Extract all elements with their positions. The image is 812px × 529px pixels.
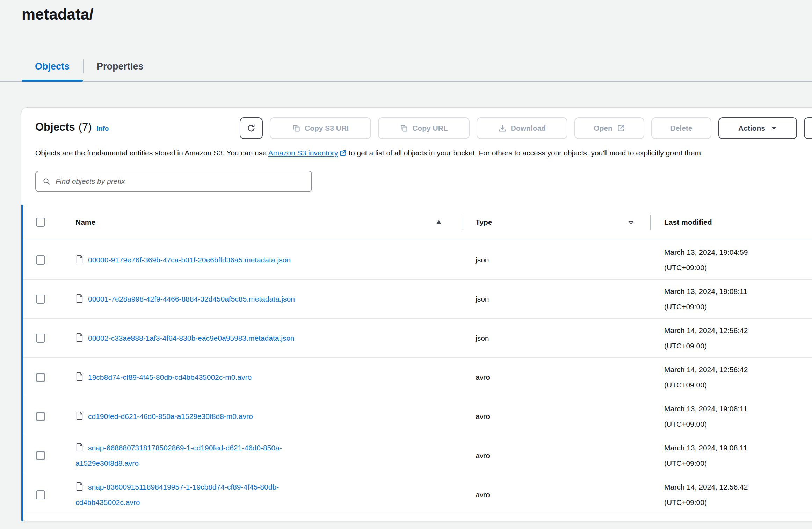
- select-all-checkbox[interactable]: [36, 218, 45, 227]
- panel-title-text: Objects: [35, 121, 75, 133]
- search-box: [35, 171, 312, 192]
- s3-inventory-link[interactable]: Amazon S3 inventory: [268, 149, 338, 157]
- last-modified-date: March 13, 2024, 19:08:11: [664, 401, 812, 416]
- object-name-link[interactable]: cd190fed-d621-46d0-850a-a1529e30f8d8-m0.…: [88, 412, 253, 420]
- copy-icon: [400, 124, 408, 132]
- delete-label: Delete: [670, 124, 692, 132]
- row-checkbox[interactable]: [36, 334, 45, 343]
- row-name-cell: 00001-7e28a998-42f9-4466-8884-32d450af5c…: [75, 291, 462, 307]
- object-name-link[interactable]: snap-6686807318178502869-1-cd190fed-d621…: [75, 444, 282, 467]
- open-button[interactable]: Open: [574, 117, 644, 139]
- description-text-after: to get a list of all objects in your buc…: [347, 149, 701, 157]
- object-name-link[interactable]: 19cb8d74-cf89-4f45-80db-cd4bb435002c-m0.…: [88, 373, 252, 381]
- table-row: snap-6686807318178502869-1-cd190fed-d621…: [21, 436, 812, 475]
- type-column-label: Type: [476, 218, 492, 226]
- object-name-link[interactable]: snap-8360091511898419957-1-19cb8d74-cf89…: [75, 483, 279, 506]
- download-label: Download: [511, 124, 546, 132]
- column-header-name[interactable]: Name: [75, 218, 462, 226]
- row-checkbox-cell: [21, 295, 75, 304]
- file-icon: [75, 332, 84, 341]
- file-icon: [75, 481, 84, 490]
- copy-icon: [292, 124, 300, 132]
- table-row: snap-8360091511898419957-1-19cb8d74-cf89…: [21, 475, 812, 514]
- last-modified-timezone: (UTC+09:00): [664, 456, 812, 471]
- object-name-link[interactable]: 00000-9179e76f-369b-47ca-b01f-20e6bffd36…: [88, 256, 291, 264]
- sort-caret-icon: [628, 219, 635, 226]
- row-checkbox[interactable]: [36, 451, 45, 460]
- object-type: json: [476, 295, 489, 303]
- download-button[interactable]: Download: [477, 117, 567, 139]
- row-checkbox-cell: [21, 451, 75, 460]
- last-modified-date: March 14, 2024, 12:56:42: [664, 479, 812, 495]
- objects-panel: Objects (7) Info Copy S3 URI Copy URL: [21, 107, 812, 521]
- page-title: metadata/: [22, 6, 93, 23]
- chevron-down-icon: [771, 125, 777, 131]
- objects-description: Objects are the fundamental entities sto…: [35, 149, 812, 157]
- object-type: avro: [476, 373, 490, 381]
- tab-properties[interactable]: Properties: [84, 52, 157, 81]
- row-type-cell: json: [462, 256, 650, 264]
- copy-url-button[interactable]: Copy URL: [378, 117, 470, 139]
- table-row: 00002-c33ae888-1af3-4f64-830b-eac9e0a959…: [21, 319, 812, 358]
- row-checkbox-cell: [21, 373, 75, 382]
- refresh-icon: [247, 124, 255, 132]
- clipped-toolbar-button[interactable]: [804, 117, 812, 139]
- row-type-cell: avro: [462, 373, 650, 382]
- column-header-last-modified[interactable]: Last modified: [650, 218, 812, 226]
- row-type-cell: avro: [462, 451, 650, 460]
- row-checkbox[interactable]: [36, 373, 45, 382]
- actions-button[interactable]: Actions: [718, 117, 797, 139]
- row-name-cell: snap-6686807318178502869-1-cd190fed-d621…: [75, 440, 462, 471]
- last-modified-timezone: (UTC+09:00): [664, 338, 812, 354]
- object-type: json: [476, 334, 489, 342]
- row-checkbox[interactable]: [36, 295, 45, 304]
- file-icon: [75, 371, 84, 380]
- objects-search-input[interactable]: [56, 177, 305, 186]
- last-modified-date: March 13, 2024, 19:08:11: [664, 440, 812, 456]
- toolbar: Copy S3 URI Copy URL Download Open Delet…: [240, 117, 812, 139]
- row-last-modified-cell: March 13, 2024, 19:08:11 (UTC+09:00): [650, 401, 812, 432]
- row-name-cell: cd190fed-d621-46d0-850a-a1529e30f8d8-m0.…: [75, 409, 462, 424]
- table-row: cd190fed-d621-46d0-850a-a1529e30f8d8-m0.…: [21, 397, 812, 436]
- row-name-cell: 19cb8d74-cf89-4f45-80db-cd4bb435002c-m0.…: [75, 370, 462, 385]
- column-header-type[interactable]: Type: [462, 218, 650, 226]
- object-name-link[interactable]: 00002-c33ae888-1af3-4f64-830b-eac9e0a959…: [88, 334, 295, 342]
- file-icon: [75, 442, 84, 451]
- copy-url-label: Copy URL: [412, 124, 448, 132]
- last-modified-timezone: (UTC+09:00): [664, 377, 812, 393]
- last-modified-timezone: (UTC+09:00): [664, 416, 812, 432]
- panel-header: Objects (7) Info: [35, 121, 109, 133]
- last-modified-date: March 13, 2024, 19:04:59: [664, 245, 812, 260]
- file-icon: [75, 410, 84, 419]
- row-last-modified-cell: March 14, 2024, 12:56:42 (UTC+09:00): [650, 479, 812, 510]
- delete-button[interactable]: Delete: [651, 117, 711, 139]
- object-table-body: 00000-9179e76f-369b-47ca-b01f-20e6bffd36…: [21, 240, 812, 514]
- external-link-icon[interactable]: [340, 150, 347, 157]
- tab-bar: Objects Properties: [0, 52, 812, 82]
- row-checkbox[interactable]: [36, 255, 45, 264]
- refresh-button[interactable]: [240, 117, 263, 139]
- row-name-cell: snap-8360091511898419957-1-19cb8d74-cf89…: [75, 479, 462, 510]
- table-row: 00000-9179e76f-369b-47ca-b01f-20e6bffd36…: [21, 240, 812, 280]
- row-checkbox[interactable]: [36, 490, 45, 499]
- row-type-cell: avro: [462, 491, 650, 499]
- description-text-before: Objects are the fundamental entities sto…: [35, 149, 268, 157]
- last-modified-column-label: Last modified: [664, 218, 712, 226]
- info-link[interactable]: Info: [97, 125, 109, 132]
- last-modified-timezone: (UTC+09:00): [664, 260, 812, 275]
- copy-s3-uri-button[interactable]: Copy S3 URI: [270, 117, 371, 139]
- file-icon: [75, 293, 84, 302]
- row-type-cell: avro: [462, 412, 650, 421]
- row-checkbox-cell: [21, 490, 75, 499]
- last-modified-date: March 14, 2024, 12:56:42: [664, 323, 812, 338]
- tab-objects[interactable]: Objects: [22, 52, 83, 81]
- object-name-link[interactable]: 00001-7e28a998-42f9-4466-8884-32d450af5c…: [88, 295, 295, 303]
- table-header-row: Name Type Last modified: [21, 205, 812, 240]
- row-checkbox-cell: [21, 255, 75, 264]
- row-last-modified-cell: March 13, 2024, 19:08:11 (UTC+09:00): [650, 440, 812, 471]
- object-type: json: [476, 256, 489, 264]
- row-name-cell: 00002-c33ae888-1af3-4f64-830b-eac9e0a959…: [75, 331, 462, 346]
- copy-s3-uri-label: Copy S3 URI: [305, 124, 349, 132]
- row-checkbox[interactable]: [36, 412, 45, 421]
- row-type-cell: json: [462, 295, 650, 303]
